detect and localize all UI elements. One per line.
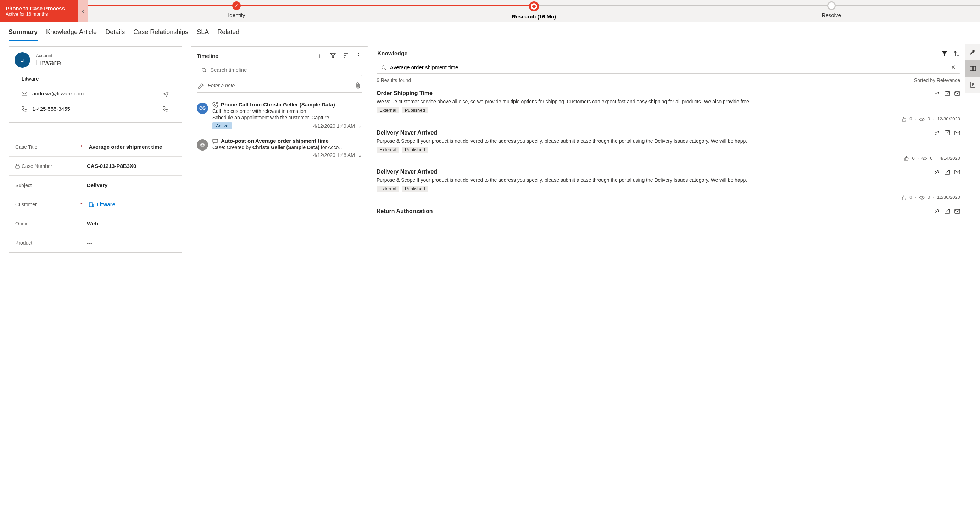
send-mail-icon[interactable]	[163, 91, 169, 97]
pencil-icon	[198, 83, 204, 89]
svg-point-7	[203, 144, 204, 145]
stage-identify[interactable]: ✓ Identify	[88, 0, 385, 22]
tab-knowledge-article[interactable]: Knowledge Article	[46, 29, 97, 41]
note-placeholder: Enter a note...	[208, 83, 239, 88]
customer-value[interactable]: Litware	[89, 201, 115, 207]
account-card: Li Account Litware Litware andrewr@litwa…	[8, 46, 182, 123]
knowledge-tag: External	[377, 186, 399, 192]
clear-icon[interactable]: ✕	[951, 64, 956, 71]
knowledge-item[interactable]: Order Shipping Time We value customer se…	[377, 86, 960, 126]
process-collapse-button[interactable]: ‹	[78, 0, 88, 22]
case-form-card: Case Title * Average order shipment time…	[8, 137, 182, 253]
timeline-title: Timeline	[197, 53, 218, 59]
rail-tools-button[interactable]	[965, 44, 980, 60]
timeline-item[interactable]: CG Phone Call from Christa Geller (Sampl…	[191, 97, 368, 134]
attach-icon[interactable]	[356, 82, 361, 89]
thumbs-up-icon[interactable]	[902, 116, 907, 122]
stage-dot-done-icon: ✓	[232, 2, 241, 10]
call-icon[interactable]	[163, 105, 169, 112]
timeline-note-input[interactable]: Enter a note...	[197, 79, 362, 93]
popout-icon[interactable]	[945, 169, 950, 175]
case-title-row[interactable]: Case Title * Average order shipment time	[9, 137, 182, 157]
timeline-sort-button[interactable]	[343, 51, 348, 60]
tab-case-relationships[interactable]: Case Relationships	[133, 29, 188, 41]
origin-row[interactable]: Origin Web	[9, 214, 182, 233]
right-rail	[965, 44, 980, 93]
svg-rect-2	[89, 203, 92, 207]
process-name: Phone to Case Process	[6, 5, 72, 11]
link-article-icon[interactable]	[934, 169, 940, 175]
link-article-icon[interactable]	[934, 208, 940, 214]
knowledge-title: Knowledge	[377, 50, 407, 57]
timeline-more-button[interactable]: ⋮	[356, 51, 362, 60]
process-stages: ✓ Identify Research (16 Mo) Resolve	[88, 0, 980, 22]
tab-sla[interactable]: SLA	[197, 29, 209, 41]
thumbs-up-icon[interactable]	[904, 155, 909, 161]
account-label: Account	[36, 53, 61, 58]
knowledge-item[interactable]: Return Authorization	[377, 204, 960, 219]
process-bar: Phone to Case Process Active for 16 mont…	[0, 0, 980, 22]
knowledge-item-date: 12/30/2020	[937, 116, 960, 121]
mail-icon	[22, 91, 28, 97]
email-icon[interactable]	[955, 90, 960, 97]
stage-resolve[interactable]: Resolve	[682, 0, 980, 22]
email-icon[interactable]	[955, 208, 960, 214]
timeline-search-input[interactable]	[210, 67, 357, 73]
product-label: Product	[15, 240, 79, 246]
knowledge-search-input[interactable]	[390, 64, 947, 70]
knowledge-item-date: 12/30/2020	[937, 195, 960, 200]
knowledge-tag: External	[377, 107, 399, 113]
popout-icon[interactable]	[945, 129, 950, 136]
knowledge-item[interactable]: Delivery Never Arrived Purpose & Scope I…	[377, 126, 960, 165]
tab-details[interactable]: Details	[105, 29, 125, 41]
knowledge-item[interactable]: Delivery Never Arrived Purpose & Scope I…	[377, 165, 960, 204]
popout-icon[interactable]	[945, 90, 950, 97]
thumbs-up-icon[interactable]	[902, 195, 907, 200]
knowledge-item-footer: 0 · 0 · 12/30/2020	[377, 116, 960, 122]
tab-related[interactable]: Related	[217, 29, 239, 41]
stage-dot-current-icon	[529, 2, 539, 11]
knowledge-search[interactable]: ✕	[377, 61, 960, 74]
link-article-icon[interactable]	[934, 90, 940, 97]
knowledge-sort-button[interactable]	[954, 50, 959, 57]
email-icon[interactable]	[955, 169, 960, 175]
subject-row[interactable]: Subject Delivery	[9, 176, 182, 195]
product-row[interactable]: Product ---	[9, 233, 182, 252]
customer-row[interactable]: Customer * Litware	[9, 195, 182, 214]
link-article-icon[interactable]	[934, 129, 940, 136]
timeline-item-line1: Call the customer with relevant informat…	[212, 108, 362, 114]
timeline-add-button[interactable]: ＋	[317, 51, 323, 60]
process-status: Active for 16 months	[6, 11, 72, 17]
stage-label: Resolve	[822, 12, 841, 18]
account-email[interactable]: andrewr@litware.com	[32, 91, 84, 97]
main-content: Li Account Litware Litware andrewr@litwa…	[0, 41, 980, 258]
required-indicator: *	[81, 144, 82, 150]
timeline-avatar: CG	[197, 102, 208, 114]
subject-value: Delivery	[87, 182, 107, 188]
timeline-item[interactable]: Auto-post on Average order shipment time…	[191, 134, 368, 163]
rail-knowledge-button[interactable]	[965, 60, 980, 77]
timeline-filter-button[interactable]	[330, 51, 336, 60]
tab-summary[interactable]: Summary	[8, 29, 38, 41]
chevron-down-icon[interactable]: ⌄	[358, 152, 362, 158]
timeline-item-time: 4/12/2020 1:49 AM ⌄	[313, 123, 362, 129]
timeline-search[interactable]	[197, 64, 362, 76]
knowledge-filter-button[interactable]	[942, 50, 947, 57]
chevron-down-icon[interactable]: ⌄	[358, 123, 362, 129]
case-title-label: Case Title	[15, 144, 79, 150]
rail-scripts-button[interactable]	[965, 77, 980, 93]
knowledge-item-footer: 0 · 0 · 4/14/2020	[377, 155, 960, 161]
origin-label: Origin	[15, 221, 79, 227]
stage-research[interactable]: Research (16 Mo)	[385, 0, 683, 22]
email-icon[interactable]	[955, 129, 960, 136]
timeline-item-title: Auto-post on Average order shipment time	[221, 138, 329, 144]
account-phone[interactable]: 1-425-555-3455	[32, 106, 70, 112]
account-company-value: Litware	[22, 76, 39, 81]
account-name[interactable]: Litware	[36, 58, 61, 67]
views-icon	[919, 116, 925, 121]
popout-icon[interactable]	[945, 208, 950, 214]
knowledge-item-title: Order Shipping Time	[377, 90, 433, 97]
phone-out-icon	[212, 101, 218, 107]
svg-point-12	[921, 118, 923, 120]
svg-rect-1	[16, 166, 19, 168]
